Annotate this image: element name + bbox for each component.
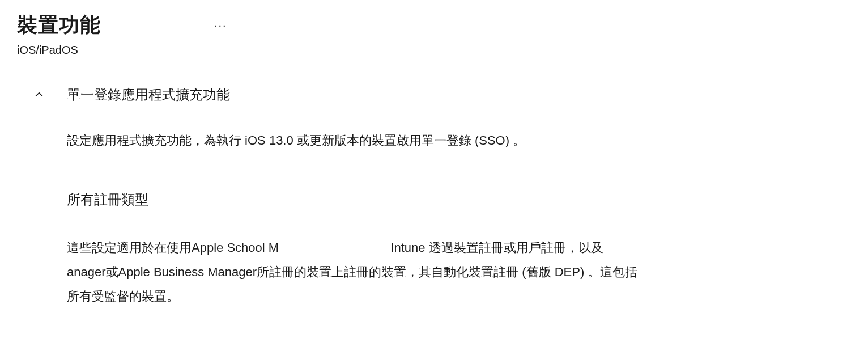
page-subtitle: iOS/iPadOS	[17, 44, 851, 67]
section-body: 這些設定適用於在使用Apple School M Intune 透過裝置註冊或用…	[67, 236, 645, 309]
body-part-2: Intune 透過裝置註冊或用戶註冊，以及	[390, 240, 603, 255]
page-title: 裝置功能	[17, 11, 101, 39]
chevron-up-icon[interactable]	[31, 87, 47, 103]
section-description: 設定應用程式擴充功能，為執行 iOS 13.0 或更新版本的裝置啟用單一登錄 (…	[67, 131, 645, 150]
body-part-3: anager或Apple Business Manager所註冊的裝置上註冊的裝…	[67, 265, 637, 303]
more-actions-button[interactable]: ···	[214, 19, 227, 32]
section-title: 單一登錄應用程式擴充功能	[67, 86, 230, 104]
body-part-1: 這些設定適用於在使用Apple School M	[67, 240, 279, 255]
section-subheading: 所有註冊類型	[67, 191, 851, 209]
